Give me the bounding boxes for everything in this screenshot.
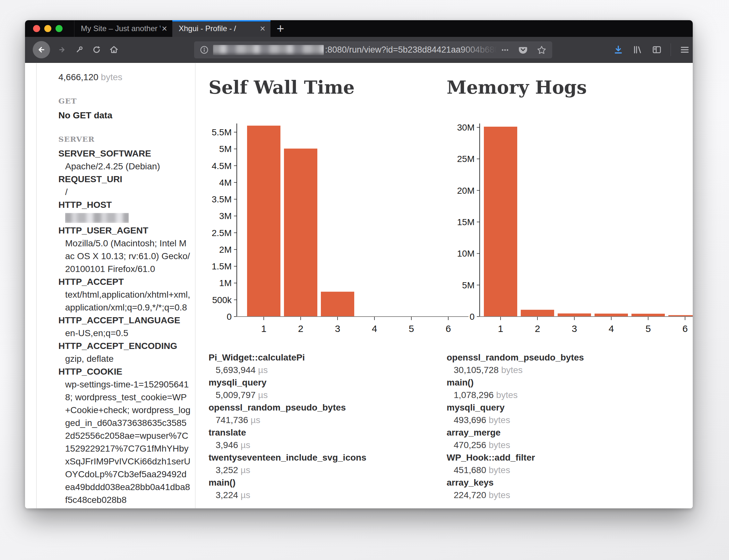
x-tick-label: 3: [572, 323, 577, 334]
y-tick-label: 5.5M: [212, 127, 232, 137]
legend-function-value: 3,946 µs: [208, 439, 433, 451]
url-text[interactable]: :8080/run/view?id=5b238d84421aa9004b680a…: [325, 45, 497, 55]
server-key: HTTP_ACCEPT_LANGUAGE: [58, 314, 191, 327]
reload-button[interactable]: [91, 44, 102, 55]
server-key: HTTP_ACCEPT_ENCODING: [58, 340, 191, 352]
toolbar-separator: [671, 43, 671, 56]
minimize-window-button[interactable]: [44, 25, 51, 32]
get-section-header: GET: [58, 97, 191, 105]
blurred-host-value: [65, 213, 129, 223]
bar-3[interactable]: [558, 313, 591, 317]
bar-1[interactable]: [484, 127, 517, 317]
self-wall-time-legend: Pi_Widget::calculatePi5,693,944 µsmysqli…: [208, 351, 433, 501]
server-value: text/html,application/xhtml+xml,applicat…: [58, 288, 191, 314]
menu-button[interactable]: [679, 44, 690, 55]
page-actions-icon[interactable]: [501, 46, 509, 54]
library-button[interactable]: [632, 44, 643, 55]
new-tab-button[interactable]: +: [270, 20, 290, 37]
forward-button[interactable]: [56, 44, 67, 55]
bar-5[interactable]: [632, 314, 665, 317]
y-tick-label: 4.5M: [212, 161, 232, 171]
profile-charts-area: Self Wall Time Memory Hogs 0500k1M1.5M2M…: [195, 63, 693, 508]
bar-1[interactable]: [247, 126, 280, 317]
close-icon[interactable]: ×: [258, 23, 267, 34]
legend-function-value: 30,105,728 bytes: [447, 364, 671, 376]
home-button[interactable]: [108, 44, 119, 55]
server-section-header: SERVER: [58, 135, 191, 143]
page-tools-button[interactable]: [74, 44, 85, 55]
y-tick-label: 25M: [457, 154, 475, 164]
x-tick-label: 5: [409, 323, 414, 334]
y-tick-label: 5M: [462, 280, 475, 290]
legend-function-value: 1,078,296 bytes: [447, 389, 671, 401]
x-tick-label: 3: [335, 323, 340, 334]
self-wall-time-title: Self Wall Time: [208, 77, 354, 98]
tab-wordpress-site[interactable]: My Site – Just another WordPress si ×: [74, 20, 172, 37]
back-button[interactable]: [33, 41, 50, 58]
y-tick-label: 20M: [457, 186, 475, 196]
legend-function-value: 3,252 µs: [208, 464, 433, 476]
navigation-toolbar: :8080/run/view?id=5b238d84421aa9004b680a…: [25, 37, 693, 63]
close-window-button[interactable]: [33, 25, 40, 32]
tab-xhgui-profile[interactable]: Xhgui - Profile - / ×: [172, 20, 270, 37]
server-key: HTTP_HOST: [58, 199, 191, 211]
legend-function-value: 224,720 bytes: [447, 489, 671, 501]
server-value: Mozilla/5.0 (Macintosh; Intel Mac OS X 1…: [58, 237, 191, 276]
forward-arrow-icon: [57, 45, 66, 54]
reload-icon: [92, 45, 101, 54]
y-tick-label: 3M: [219, 211, 232, 221]
server-key: HTTP_ACCEPT: [58, 276, 191, 288]
legend-function-value: 5,009,797 µs: [208, 389, 433, 401]
zoom-window-button[interactable]: [55, 25, 63, 32]
hamburger-icon: [680, 45, 690, 55]
server-value: gzip, deflate: [58, 352, 191, 365]
y-tick-label: 3.5M: [212, 194, 232, 204]
server-value: en-US,en;q=0.5: [58, 327, 191, 340]
bytes-unit: bytes: [101, 72, 122, 82]
bar-4[interactable]: [595, 314, 628, 317]
y-tick-label: 30M: [457, 123, 475, 132]
legend-function-value: 3,224 µs: [208, 489, 433, 501]
legend-function-value: 451,680 bytes: [447, 464, 671, 476]
legend-function-name: mysqli_query: [447, 401, 671, 414]
downloads-button[interactable]: [613, 44, 624, 55]
x-tick-label: 2: [535, 323, 540, 334]
memory-hogs-title: Memory Hogs: [447, 77, 587, 98]
page-content: 4,666,120 bytes GET No GET data SERVER S…: [25, 63, 693, 508]
server-key: SERVER_SOFTWARE: [58, 147, 191, 160]
server-entries-list: SERVER_SOFTWAREApache/2.4.25 (Debian)REQ…: [58, 147, 191, 506]
home-icon: [109, 45, 118, 54]
memory-hogs-legend: openssl_random_pseudo_bytes30,105,728 by…: [447, 351, 671, 501]
bar-3[interactable]: [321, 292, 354, 317]
y-tick-label: 0: [226, 312, 232, 322]
y-tick-label: 500k: [212, 295, 232, 305]
legend-function-value: 470,256 bytes: [447, 439, 671, 451]
bar-2[interactable]: [521, 310, 554, 317]
legend-function-name: main(): [447, 376, 671, 389]
y-tick-label: 2M: [219, 245, 232, 255]
x-tick-label: 1: [498, 323, 504, 334]
server-key: REQUEST_URI: [58, 173, 191, 186]
legend-function-name: array_merge: [447, 426, 671, 439]
url-bar[interactable]: :8080/run/view?id=5b238d84421aa9004b680a…: [194, 41, 552, 58]
legend-function-name: openssl_random_pseudo_bytes: [208, 401, 433, 414]
sidebar-toggle-button[interactable]: [651, 44, 662, 55]
legend-function-value: 741,736 µs: [208, 414, 433, 426]
tab-bar: My Site – Just another WordPress si × Xh…: [25, 20, 693, 37]
x-tick-label: 1: [261, 323, 267, 334]
x-tick-label: 4: [609, 323, 614, 334]
browser-window: My Site – Just another WordPress si × Xh…: [25, 20, 693, 508]
pocket-icon[interactable]: [518, 45, 528, 55]
close-icon[interactable]: ×: [160, 23, 168, 34]
site-info-icon[interactable]: [200, 46, 208, 54]
window-controls: [25, 20, 74, 37]
legend-function-name: twentyseventeen_include_svg_icons: [208, 451, 433, 464]
x-tick-label: 5: [646, 323, 651, 334]
bar-2[interactable]: [284, 148, 317, 317]
request-data-sidebar: 4,666,120 bytes GET No GET data SERVER S…: [36, 63, 195, 508]
server-value: Apache/2.4.25 (Debian): [58, 160, 191, 173]
bookmark-star-icon[interactable]: [537, 45, 547, 55]
legend-function-name: main(): [208, 476, 433, 489]
blurred-host: [213, 45, 324, 55]
sidebar-icon: [652, 45, 662, 55]
